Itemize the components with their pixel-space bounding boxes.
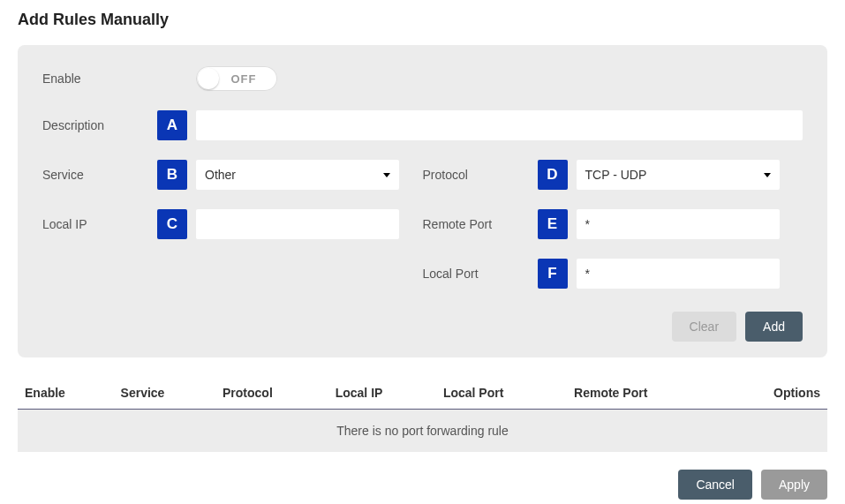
badge-d: D [538, 160, 568, 190]
add-button[interactable]: Add [745, 312, 803, 342]
rules-table-wrap: Enable Service Protocol Local IP Local P… [18, 377, 827, 452]
th-protocol: Protocol [215, 377, 328, 410]
cancel-button[interactable]: Cancel [678, 470, 752, 500]
service-select[interactable]: Other [196, 160, 399, 190]
badge-b: B [157, 160, 187, 190]
empty-row: There is no port forwarding rule [18, 410, 827, 453]
local-port-label: Local Port [423, 267, 538, 281]
add-rule-form: Enable OFF Description A Service B Other [18, 45, 827, 357]
th-local-port: Local Port [436, 377, 567, 410]
badge-e: E [538, 209, 568, 239]
row-service-protocol: Service B Other Protocol D TCP - UDP [42, 160, 803, 190]
th-service: Service [114, 377, 215, 410]
service-value: Other [205, 168, 236, 182]
protocol-value: TCP - UDP [585, 168, 647, 182]
chevron-down-icon [764, 173, 771, 177]
toggle-off-label: OFF [219, 72, 275, 86]
enable-label: Enable [42, 71, 157, 86]
chevron-down-icon [383, 173, 390, 177]
local-port-input[interactable] [577, 259, 780, 289]
enable-toggle[interactable]: OFF [196, 66, 277, 91]
row-localport: Local Port F [42, 259, 803, 289]
th-options: Options [721, 377, 827, 410]
toggle-knob [198, 68, 219, 89]
badge-a: A [157, 110, 187, 140]
th-remote-port: Remote Port [567, 377, 721, 410]
th-local-ip: Local IP [328, 377, 436, 410]
protocol-select[interactable]: TCP - UDP [577, 160, 780, 190]
clear-button[interactable]: Clear [672, 312, 736, 342]
apply-button[interactable]: Apply [761, 470, 827, 500]
protocol-label: Protocol [423, 168, 538, 182]
description-label: Description [42, 118, 157, 132]
page-title: Add Rules Manually [18, 11, 827, 29]
badge-c: C [157, 209, 187, 239]
badge-f: F [538, 259, 568, 289]
footer-button-row: Cancel Apply [18, 470, 827, 500]
row-localip-remoteport: Local IP C Remote Port E [42, 209, 803, 239]
rules-table: Enable Service Protocol Local IP Local P… [18, 377, 827, 452]
th-enable: Enable [18, 377, 114, 410]
row-enable: Enable OFF [42, 66, 803, 91]
description-input[interactable] [196, 110, 803, 140]
local-ip-input[interactable] [196, 209, 399, 239]
remote-port-input[interactable] [577, 209, 780, 239]
remote-port-label: Remote Port [423, 217, 538, 231]
form-button-row: Clear Add [42, 312, 803, 342]
local-ip-label: Local IP [42, 217, 157, 231]
service-label: Service [42, 168, 157, 182]
row-description: Description A [42, 110, 803, 140]
